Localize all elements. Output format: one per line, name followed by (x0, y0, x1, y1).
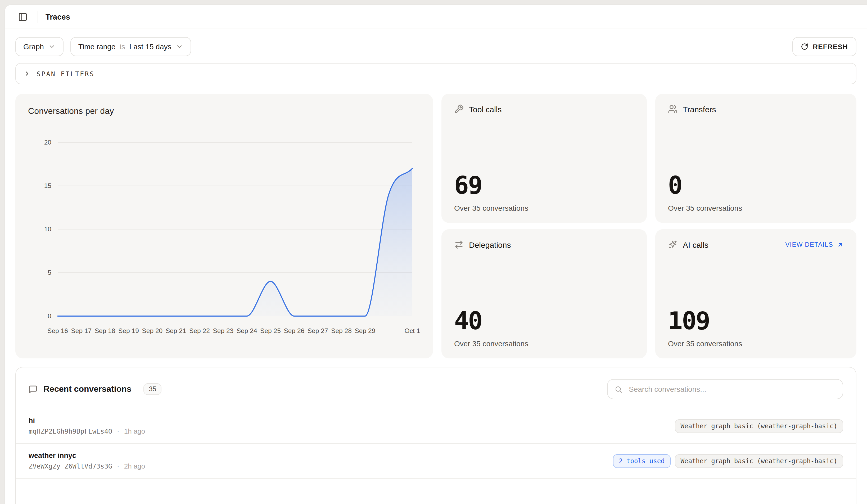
svg-text:15: 15 (44, 182, 51, 189)
svg-text:Sep 25: Sep 25 (260, 327, 281, 334)
conversations-area-chart: 05101520Sep 16Sep 17Sep 18Sep 19Sep 20Se… (28, 124, 417, 342)
stat-label: AI calls (683, 240, 708, 249)
conversation-row[interactable]: weather innyc ZVeWXgZy_Z6WltVd73s3G · 2h… (16, 444, 856, 479)
svg-text:Oct 1: Oct 1 (405, 327, 420, 334)
svg-text:Sep 26: Sep 26 (284, 327, 304, 334)
stat-value: 40 (454, 309, 634, 333)
svg-text:Sep 17: Sep 17 (71, 327, 92, 334)
view-mode-dropdown[interactable]: Graph (15, 37, 64, 56)
svg-text:Sep 28: Sep 28 (331, 327, 352, 334)
filter-field: Time range (78, 42, 116, 51)
time-range-filter-dropdown[interactable]: Time range is Last 15 days (71, 37, 191, 56)
page-title: Traces (45, 12, 70, 21)
panel-left-icon (18, 12, 28, 21)
app-panel: Traces Graph Time range is Last 15 days … (4, 4, 867, 504)
span-filters-toggle[interactable]: SPAN FILTERS (15, 63, 856, 84)
meta-separator: · (117, 462, 119, 470)
dashboard-grid: Conversations per day 05101520Sep 16Sep … (15, 94, 856, 358)
page: Traces Graph Time range is Last 15 days … (0, 0, 867, 504)
svg-text:0: 0 (47, 312, 51, 320)
message-square-icon (29, 385, 38, 394)
conversation-row[interactable]: hi mqHZP2EGh9h9BpFEwEs4O · 1h ago Weathe… (16, 409, 856, 444)
sidebar-toggle-button[interactable] (15, 9, 30, 24)
recent-conversations-section: Recent conversations 35 hi mqHZP2EGh9h9B… (15, 367, 856, 504)
chevron-right-icon (23, 70, 31, 77)
search-icon (614, 385, 622, 393)
svg-text:Sep 22: Sep 22 (189, 327, 210, 334)
recent-conversations-header: Recent conversations 35 (16, 367, 856, 409)
stat-caption: Over 35 conversations (668, 204, 844, 212)
svg-text:Sep 27: Sep 27 (308, 327, 328, 334)
stat-card-tool-calls: Tool calls 69 Over 35 conversations (441, 94, 647, 223)
refresh-label: REFRESH (813, 43, 848, 51)
arrows-swap-icon (454, 240, 464, 249)
svg-text:Sep 20: Sep 20 (142, 327, 162, 334)
wrench-icon (454, 104, 464, 114)
conversation-title: hi (29, 417, 145, 425)
svg-text:Sep 24: Sep 24 (237, 327, 257, 334)
stat-label: Tool calls (469, 105, 502, 114)
conversation-time: 2h ago (124, 462, 145, 470)
chevron-down-icon (48, 43, 56, 50)
search-box (607, 379, 843, 399)
view-details-label: VIEW DETAILS (785, 241, 833, 248)
arrow-up-right-icon (837, 241, 844, 248)
svg-text:10: 10 (44, 226, 51, 233)
svg-text:Sep 16: Sep 16 (47, 327, 68, 334)
stat-caption: Over 35 conversations (454, 204, 634, 212)
stat-label: Delegations (469, 240, 511, 249)
view-mode-label: Graph (23, 42, 44, 51)
stat-label: Transfers (683, 105, 716, 114)
svg-text:Sep 29: Sep 29 (355, 327, 375, 334)
stat-value: 109 (668, 309, 844, 333)
chart-title: Conversations per day (28, 106, 420, 116)
chevron-down-icon (175, 43, 183, 50)
stat-caption: Over 35 conversations (454, 339, 634, 348)
stat-card-ai-calls: AI calls VIEW DETAILS 109 Over 35 conver… (655, 229, 856, 358)
conversation-id: mqHZP2EGh9h9BpFEwEs4O (29, 427, 112, 435)
stat-card-delegations: Delegations 40 Over 35 conversations (441, 229, 647, 358)
agent-badge: Weather graph basic (weather-graph-basic… (675, 454, 843, 468)
conversation-time: 1h ago (124, 427, 145, 435)
svg-text:Sep 21: Sep 21 (166, 327, 186, 334)
stat-caption: Over 35 conversations (668, 339, 844, 348)
conversations-chart-card: Conversations per day 05101520Sep 16Sep … (15, 94, 433, 358)
filter-operator: is (120, 42, 125, 51)
recent-conversations-title: Recent conversations (43, 384, 131, 394)
stat-value: 0 (668, 173, 844, 197)
tools-used-badge: 2 tools used (613, 454, 670, 468)
meta-separator: · (117, 427, 119, 435)
header-divider (38, 11, 38, 22)
refresh-button[interactable]: REFRESH (792, 37, 856, 56)
svg-text:Sep 23: Sep 23 (213, 327, 233, 334)
stat-card-transfers: Transfers 0 Over 35 conversations (655, 94, 856, 223)
refresh-icon (801, 43, 808, 50)
filter-value: Last 15 days (129, 42, 171, 51)
stat-value: 69 (454, 173, 634, 197)
conversation-list: hi mqHZP2EGh9h9BpFEwEs4O · 1h ago Weathe… (16, 409, 856, 479)
agent-badge: Weather graph basic (weather-graph-basic… (675, 419, 843, 433)
svg-text:Sep 18: Sep 18 (95, 327, 115, 334)
search-conversations-input[interactable] (628, 384, 836, 394)
conversation-title: weather innyc (29, 452, 145, 460)
conversation-id: ZVeWXgZy_Z6WltVd73s3G (29, 462, 112, 470)
svg-text:20: 20 (44, 139, 51, 146)
users-icon (668, 104, 677, 114)
view-details-link[interactable]: VIEW DETAILS (785, 241, 844, 248)
conversation-count-badge: 35 (144, 383, 162, 395)
top-bar: Traces (5, 5, 867, 29)
span-filters-label: SPAN FILTERS (36, 69, 95, 77)
sparkles-icon (668, 240, 677, 249)
toolbar: Graph Time range is Last 15 days REFRESH (15, 37, 856, 56)
svg-text:Sep 19: Sep 19 (118, 327, 139, 334)
svg-text:5: 5 (47, 269, 51, 276)
